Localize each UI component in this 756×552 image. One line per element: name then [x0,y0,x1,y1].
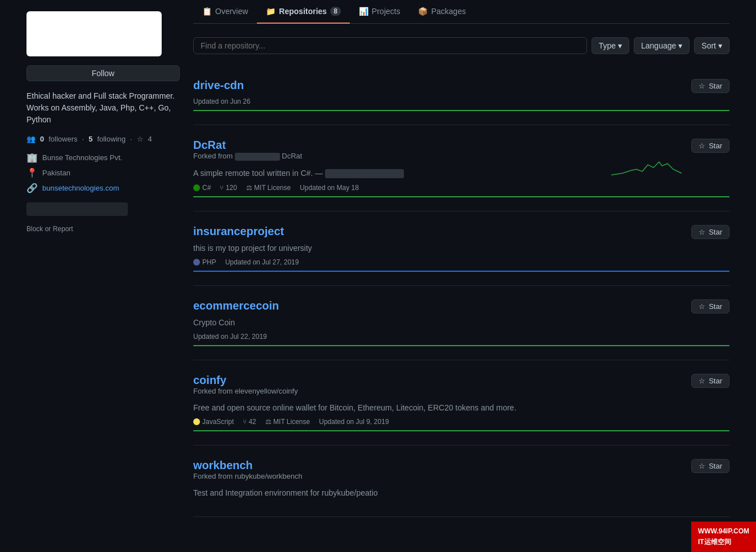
sort-chevron-icon: ▾ [718,41,722,50]
repo-license: ⚖ MIT License [246,184,291,192]
star-label: Star [709,302,722,311]
people-icon: 👥 [26,135,35,143]
link-icon: 🔗 [26,183,38,193]
repo-fork-info: Forked from DcRat [193,152,302,161]
repo-updated: Updated on Jul 22, 2019 [193,333,267,341]
star-label: Star [709,142,722,150]
repo-fork-info: Forked from rubykube/workbench [193,472,303,480]
search-input[interactable] [193,37,587,54]
building-icon: 🏢 [26,152,38,163]
company-item: 🏢 Bunse Technologies Pvt. [26,152,180,163]
sort-filter-button[interactable]: Sort ▾ [694,37,730,54]
avatar [26,11,162,56]
followers-link[interactable]: 0 [40,135,44,143]
repo-fork-info: Forked from elevenyellow/coinfy [193,387,298,395]
repo-forks: ⑂ 42 [243,418,256,426]
repo-name-link[interactable]: DcRat [193,139,226,151]
repo-description: A simple remote tool written in C#. — [193,169,588,178]
activity-graph [611,153,684,176]
repo-language: C# [193,184,211,192]
tab-projects[interactable]: 📊 Projects [350,0,410,24]
followers-label: followers [48,135,77,143]
star-label: Star [709,228,722,236]
type-label: Type [599,41,616,50]
location-icon: 📍 [26,167,38,178]
star-icon-small: ☆ [137,135,144,143]
user-stats: 👥 0 followers · 5 following · ☆ 4 [26,135,180,143]
repo-updated: Updated on May 18 [300,184,359,192]
star-button[interactable]: ☆ Star [691,299,730,313]
repo-description: this is my top project for university [193,244,588,253]
following-link[interactable]: 5 [88,135,92,143]
repo-language: PHP [193,258,216,266]
language-filter-button[interactable]: Language ▾ [634,37,690,54]
book-icon: 📋 [202,7,212,16]
repo-name-link[interactable]: insuranceproject [193,225,284,238]
profile-tabs: 📋 Overview 📁 Repositories 8 📊 Projects 📦… [193,0,730,24]
tab-repositories[interactable]: 📁 Repositories 8 [257,0,350,24]
language-label: Language [641,41,676,50]
location-item: 📍 Pakistan [26,167,180,178]
star-icon: ☆ [699,142,705,150]
sidebar: Follow Ethical hacker and Full stack Pro… [26,0,193,517]
star-icon: ☆ [699,228,705,236]
repo-language: JavaScript [193,418,234,426]
following-label: following [97,135,126,143]
repo-name-link[interactable]: drive-cdn [193,79,244,92]
star-label: Star [709,82,722,90]
website-link[interactable]: bunsetechnologies.com [42,184,119,192]
follow-button[interactable]: Follow [26,65,180,81]
repo-item: ecommercecoin ☆ Star Crypto Coin Updated… [193,286,730,360]
star-label: Star [709,377,722,385]
repo-item: coinfy Forked from elevenyellow/coinfy ☆… [193,360,730,445]
repo-description: Crypto Coin [193,318,588,327]
type-filter-button[interactable]: Type ▾ [592,37,629,54]
website-item: 🔗 bunsetechnologies.com [26,183,180,193]
repo-item: drive-cdn ☆ Star Updated on Jun 26 [193,65,730,125]
star-icon: ☆ [699,377,705,385]
achievement-badge [26,202,128,216]
repo-name-link[interactable]: coinfy [193,374,226,386]
star-label: Star [709,462,722,470]
company-name: Bunse Technologies Pvt. [42,153,122,162]
repo-name-link[interactable]: workbench [193,459,253,471]
star-button[interactable]: ☆ Star [691,459,730,473]
repo-count-badge: 8 [330,7,341,16]
type-chevron-icon: ▾ [618,41,622,50]
repo-item: insuranceproject ☆ Star this is my top p… [193,211,730,286]
language-chevron-icon: ▾ [678,41,682,50]
watermark: WWW.94IP.COMIT运维空间 [691,522,756,552]
stars-count: 4 [148,135,152,143]
star-icon: ☆ [699,462,705,470]
repo-icon: 📁 [266,7,275,16]
star-icon: ☆ [699,302,705,311]
repo-description: Test and Integration environment for rub… [193,488,588,497]
repo-item: workbench Forked from rubykube/workbench… [193,445,730,517]
tab-overview-label: Overview [215,7,248,16]
repo-updated: Updated on Jun 26 [193,98,250,105]
tab-overview[interactable]: 📋 Overview [193,0,257,24]
sort-label: Sort [701,41,716,50]
tab-packages[interactable]: 📦 Packages [409,0,474,24]
profile-meta: 🏢 Bunse Technologies Pvt. 📍 Pakistan 🔗 b… [26,152,180,193]
package-icon: 📦 [418,7,428,16]
block-report-link[interactable]: Block or Report [26,225,180,233]
repo-forks: ⑂ 120 [220,184,237,192]
user-bio: Ethical hacker and Full stack Programmer… [26,90,180,126]
tab-packages-label: Packages [431,7,465,16]
star-button[interactable]: ☆ Star [691,225,730,239]
repo-list: drive-cdn ☆ Star Updated on Jun 26 DcRat [193,65,730,517]
repo-description: Free and open source online wallet for B… [193,403,588,412]
repo-updated: Updated on Jul 27, 2019 [225,258,299,266]
star-button[interactable]: ☆ Star [691,374,730,388]
star-button[interactable]: ☆ Star [691,139,730,153]
repo-updated: Updated on Jul 9, 2019 [319,418,389,426]
location-text: Pakistan [42,169,70,177]
main-content: 📋 Overview 📁 Repositories 8 📊 Projects 📦… [193,0,730,517]
filter-bar: Type ▾ Language ▾ Sort ▾ [193,37,730,54]
repo-item: DcRat Forked from DcRat ☆ Star A simple … [193,125,730,211]
project-icon: 📊 [359,7,368,16]
tab-projects-label: Projects [372,7,401,16]
star-button[interactable]: ☆ Star [691,79,730,93]
repo-name-link[interactable]: ecommercecoin [193,299,279,312]
